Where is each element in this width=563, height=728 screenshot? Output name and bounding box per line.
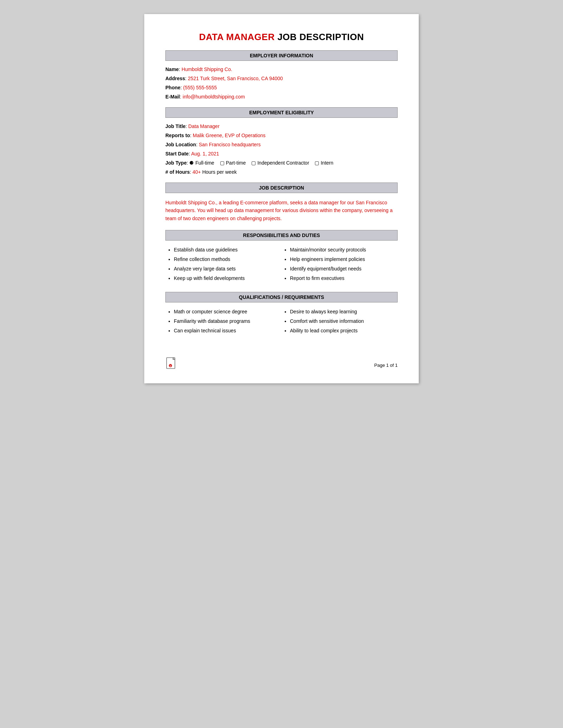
- title-highlight: DATA MANAGER: [199, 32, 275, 42]
- reports-to-field: Reports to: Malik Greene, EVP of Operati…: [165, 133, 398, 138]
- name-value: Humboldt Shipping Co.: [182, 66, 232, 72]
- hours-field: # of Hours: 40+ Hours per week: [165, 169, 398, 175]
- list-item: Analyze very large data sets: [174, 265, 282, 273]
- qualifications-section: QUALIFICATIONS / REQUIREMENTS Math or co…: [165, 292, 398, 337]
- list-item: Can explain technical issues: [174, 327, 282, 334]
- name-field: Name: Humboldt Shipping Co.: [165, 66, 398, 72]
- page-number: Page 1 of 1: [374, 363, 398, 368]
- list-item: Familiarity with database programs: [174, 318, 282, 325]
- employment-eligibility-header: EMPLOYMENT ELIGIBILITY: [165, 107, 398, 118]
- job-type-label: Job Type: [165, 160, 186, 166]
- start-date-field: Start Date: Aug. 1, 2021: [165, 151, 398, 157]
- title-rest: JOB DESCRIPTION: [275, 32, 364, 42]
- list-item: Report to firm executives: [290, 275, 398, 282]
- hours-label: # of Hours: [165, 169, 190, 175]
- qualifications-list: Math or computer science degree Familiar…: [165, 308, 398, 337]
- hours-rest: Hours per week: [201, 169, 237, 175]
- document-icon: e: [165, 357, 178, 371]
- list-item: Help engineers implement policies: [290, 256, 398, 263]
- job-description-text: Humboldt Shipping Co., a leading E-comme…: [165, 199, 398, 222]
- phone-label: Phone: [165, 85, 181, 90]
- footer: e Page 1 of 1: [165, 357, 398, 373]
- reports-to-value: Malik Greene, EVP of Operations: [193, 133, 266, 138]
- intern-checkbox-icon: ▢: [315, 160, 319, 166]
- list-item: Maintain/monitor security protocols: [290, 246, 398, 254]
- phone-field: Phone: (555) 555-5555: [165, 85, 398, 90]
- job-location-value: San Francisco headquarters: [199, 142, 261, 147]
- footer-logo: e: [165, 357, 178, 373]
- fulltime-checkbox-icon: ⚈: [189, 160, 194, 166]
- list-item: Comfort with sensitive information: [290, 318, 398, 325]
- responsibilities-col2: Maintain/monitor security protocols Help…: [282, 246, 398, 284]
- reports-to-label: Reports to: [165, 133, 190, 138]
- fulltime-label: Full-time: [195, 160, 214, 166]
- employer-info-header: EMPLOYER INFORMATION: [165, 50, 398, 61]
- intern-label: Intern: [321, 160, 333, 166]
- hours-value: 40+: [192, 169, 201, 175]
- employer-info-section: EMPLOYER INFORMATION Name: Humboldt Ship…: [165, 50, 398, 100]
- name-label: Name: [165, 66, 179, 72]
- list-item: Desire to always keep learning: [290, 308, 398, 315]
- list-item: Keep up with field developments: [174, 275, 282, 282]
- parttime-checkbox-icon: ▢: [220, 160, 224, 166]
- start-date-value: Aug. 1, 2021: [191, 151, 219, 157]
- job-location-field: Job Location: San Francisco headquarters: [165, 142, 398, 147]
- parttime-label: Part-time: [226, 160, 246, 166]
- list-item: Identify equipment/budget needs: [290, 265, 398, 273]
- list-item: Math or computer science degree: [174, 308, 282, 315]
- list-item: Ability to lead complex projects: [290, 327, 398, 334]
- job-title-label: Job Title: [165, 123, 185, 129]
- responsibilities-header: RESPONSIBILITIES AND DUTIES: [165, 230, 398, 241]
- responsibilities-list: Establish data use guidelines Refine col…: [165, 246, 398, 284]
- parttime-checkbox: ▢Part-time: [220, 160, 246, 166]
- responsibilities-col1: Establish data use guidelines Refine col…: [165, 246, 282, 284]
- phone-value: (555) 555-5555: [183, 85, 217, 90]
- contractor-checkbox: ▢Independent Contractor: [251, 160, 309, 166]
- job-title-field: Job Title: Data Manager: [165, 123, 398, 129]
- job-description-header: JOB DESCRIPTION: [165, 183, 398, 193]
- document-page: DATA MANAGER JOB DESCRIPTION EMPLOYER IN…: [144, 14, 419, 383]
- email-field: E-Mail: info@humboldtshipping.com: [165, 94, 398, 100]
- intern-checkbox: ▢Intern: [315, 160, 333, 166]
- responsibilities-section: RESPONSIBILITIES AND DUTIES Establish da…: [165, 230, 398, 284]
- svg-text:e: e: [170, 365, 171, 367]
- address-value: 2521 Turk Street, San Francisco, CA 9400…: [188, 76, 283, 81]
- employment-eligibility-section: EMPLOYMENT ELIGIBILITY Job Title: Data M…: [165, 107, 398, 175]
- list-item: Establish data use guidelines: [174, 246, 282, 254]
- email-value: info@humboldtshipping.com: [183, 94, 245, 100]
- job-title-value: Data Manager: [188, 123, 220, 129]
- qualifications-col1: Math or computer science degree Familiar…: [165, 308, 282, 337]
- email-label: E-Mail: [165, 94, 180, 100]
- fulltime-checkbox: ⚈Full-time: [189, 160, 214, 166]
- qualifications-header: QUALIFICATIONS / REQUIREMENTS: [165, 292, 398, 302]
- list-item: Refine collection methods: [174, 256, 282, 263]
- main-title: DATA MANAGER JOB DESCRIPTION: [165, 32, 398, 43]
- address-label: Address: [165, 76, 185, 81]
- job-description-section: JOB DESCRIPTION Humboldt Shipping Co., a…: [165, 183, 398, 222]
- job-location-label: Job Location: [165, 142, 196, 147]
- address-field: Address: 2521 Turk Street, San Francisco…: [165, 76, 398, 81]
- qualifications-col2: Desire to always keep learning Comfort w…: [282, 308, 398, 337]
- start-date-label: Start Date: [165, 151, 189, 157]
- contractor-label: Independent Contractor: [257, 160, 309, 166]
- contractor-checkbox-icon: ▢: [251, 160, 256, 166]
- job-type-field: Job Type: ⚈Full-time ▢Part-time ▢Indepen…: [165, 160, 398, 166]
